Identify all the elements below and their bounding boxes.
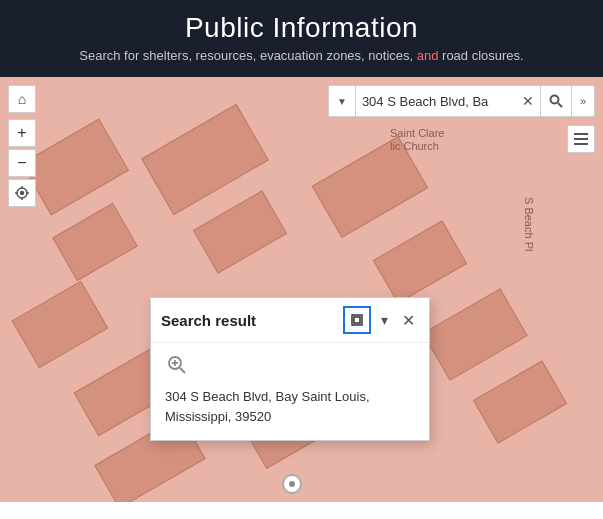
home-button[interactable]: ⌂ <box>8 85 36 113</box>
map-menu-button[interactable] <box>567 125 595 153</box>
search-icon <box>549 94 563 108</box>
maximize-icon <box>351 314 363 326</box>
popup-content: 304 S Beach Blvd, Bay Saint Louis, Missi… <box>151 343 429 440</box>
map-toolbar: ▼ ✕ » <box>328 85 595 117</box>
search-dropdown-button[interactable]: ▼ <box>329 86 356 116</box>
zoom-in-button[interactable]: + <box>8 119 36 147</box>
hamburger-icon <box>574 133 588 145</box>
zoom-out-button[interactable]: − <box>8 149 36 177</box>
popup-collapse-button[interactable]: ▾ <box>377 312 392 328</box>
search-clear-button[interactable]: ✕ <box>516 93 540 109</box>
locate-button[interactable] <box>8 179 36 207</box>
svg-line-1 <box>558 103 562 107</box>
map-controls: ⌂ + − <box>8 85 36 207</box>
search-bar[interactable]: ▼ ✕ <box>328 85 572 117</box>
page-title: Public Information <box>20 12 583 44</box>
map-pin <box>282 474 302 494</box>
map-label-beach: S Beach Pl <box>523 197 535 251</box>
svg-point-0 <box>550 96 558 104</box>
popup-search-icon-row <box>165 353 415 379</box>
svg-rect-9 <box>354 317 360 323</box>
search-input[interactable] <box>356 94 516 109</box>
popup-close-button[interactable]: ✕ <box>398 311 419 330</box>
svg-line-11 <box>180 368 185 373</box>
popup-address: 304 S Beach Blvd, Bay Saint Louis, Missi… <box>165 387 415 426</box>
popup-title: Search result <box>161 312 337 329</box>
popup-maximize-button[interactable] <box>343 306 371 334</box>
search-submit-button[interactable] <box>540 86 571 116</box>
expand-button[interactable]: » <box>572 85 595 117</box>
pin-circle <box>282 474 302 494</box>
popup-search-icon <box>165 353 189 377</box>
map-container[interactable]: Saint Clare lic Church S Beach Pl ▼ ✕ » … <box>0 77 603 502</box>
popup-header: Search result ▾ ✕ <box>151 298 429 343</box>
page-header: Public Information Search for shelters, … <box>0 0 603 77</box>
svg-point-7 <box>21 192 24 195</box>
pin-dot <box>289 481 295 487</box>
locate-icon <box>15 186 29 200</box>
search-result-popup: Search result ▾ ✕ <box>150 297 430 441</box>
page-subtitle: Search for shelters, resources, evacuati… <box>20 48 583 63</box>
